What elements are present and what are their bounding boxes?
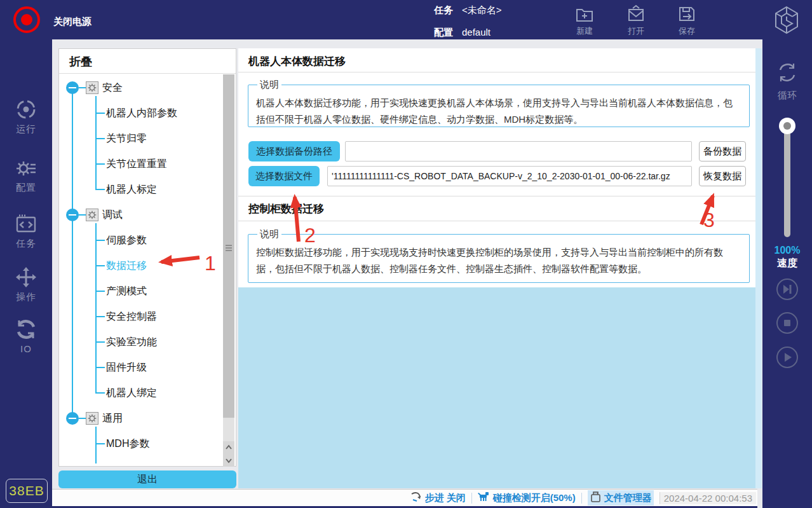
collision-detection-label: 碰撞检测开启(50%) [493, 492, 576, 504]
restore-data-button[interactable]: 恢复数据 [699, 166, 746, 186]
empty-content-area [238, 287, 755, 488]
minus-icon [69, 214, 76, 216]
tree-connector [72, 88, 73, 418]
status-badge: 38EB [6, 479, 48, 503]
code-window-icon [0, 212, 52, 235]
loop-toggle[interactable]: 循环 [762, 60, 812, 102]
tree-connector [95, 427, 97, 463]
step-forward-button[interactable] [776, 278, 798, 300]
tree-item-safety-controller[interactable]: 安全控制器 [106, 308, 157, 326]
save-icon [667, 4, 707, 24]
new-button[interactable]: 新建 [564, 4, 605, 37]
sidebar-item-config[interactable]: 配置 [0, 156, 52, 194]
tree-connector [95, 163, 105, 165]
tree-group-safety[interactable]: 安全 [102, 79, 123, 97]
tree-gear-icon [86, 81, 98, 94]
minus-icon [69, 87, 76, 88]
divider [238, 72, 755, 72]
choose-data-file-button[interactable]: 选择数据文件 [248, 166, 320, 186]
tree-connector [95, 341, 105, 343]
gear-icon [0, 156, 52, 179]
config-row: 配置default [434, 27, 491, 39]
right-sidebar: 循环 100% 速度 [762, 0, 812, 508]
step-mode-label: 步进 关闭 [425, 492, 466, 504]
tree-item-joint-zeroing[interactable]: 关节归零 [106, 130, 147, 148]
backup-path-input[interactable] [345, 141, 692, 161]
tree-scrollbar-handle[interactable] [223, 74, 234, 418]
tree-item-robot-binding[interactable]: 机器人绑定 [106, 384, 157, 402]
divider [238, 196, 755, 196]
step-arrow-icon [410, 491, 423, 505]
play-button[interactable] [776, 347, 798, 368]
power-icon[interactable] [13, 6, 40, 33]
file-manager-button[interactable]: 文件管理器 [588, 490, 654, 505]
scroll-down-button[interactable] [223, 454, 234, 467]
tree-collapse-toggle[interactable] [66, 412, 79, 425]
collision-detection-status[interactable]: 碰撞检测开启(50%) [478, 491, 576, 505]
tree-gear-icon [86, 209, 98, 221]
tree-connector [95, 316, 105, 317]
task-row: 任务<未命名> [434, 4, 502, 17]
tree-item-robot-internal-params[interactable]: 机器人内部参数 [106, 104, 177, 122]
backup-data-button[interactable]: 备份数据 [699, 141, 746, 161]
tree-collapse-toggle[interactable] [66, 81, 79, 94]
main-scrollbar-track[interactable] [755, 48, 762, 488]
note-text: 机器人本体数据迁移功能，用于实现快速更换机器人本体场景，使用支持导入与导出当前机… [256, 95, 741, 128]
tree-group-debug[interactable]: 调试 [102, 206, 123, 224]
tree-header: 折叠 [59, 49, 236, 74]
tree-item-lab-features[interactable]: 实验室功能 [106, 333, 157, 351]
config-value: default [462, 27, 491, 38]
data-file-input[interactable] [327, 166, 692, 186]
sidebar-item-io[interactable]: IO [0, 318, 52, 354]
file-manager-label: 文件管理器 [604, 492, 652, 504]
usb-drive-icon [590, 491, 602, 505]
note-legend: 说明 [257, 79, 281, 91]
sidebar-item-task[interactable]: 任务 [0, 212, 52, 250]
sidebar-item-run[interactable]: 运行 [0, 98, 52, 135]
tree-item-joint-pos-reset[interactable]: 关节位置重置 [106, 155, 167, 173]
robot-dog-icon [478, 491, 491, 505]
slider-knob-core [783, 122, 791, 130]
brand-logo-icon [770, 4, 803, 39]
tree-group-general[interactable]: 通用 [102, 409, 123, 427]
speed-slider-knob[interactable] [779, 118, 795, 134]
tree-connector [95, 367, 105, 368]
stop-button[interactable] [776, 312, 798, 334]
sidebar-item-label: 操作 [0, 291, 52, 303]
save-button[interactable]: 保存 [667, 4, 707, 37]
status-bar: 步进 关闭 碰撞检测开启(50%) 文件管理器 2024-04-22 00:04… [52, 489, 757, 506]
exit-button[interactable]: 退出 [58, 470, 236, 488]
tree-connector [79, 87, 86, 88]
new-icon [564, 4, 605, 24]
cabinet-migration-title: 控制柜数据迁移 [248, 202, 324, 216]
robot-migration-note: 说明 机器人本体数据迁移功能，用于实现快速更换机器人本体场景，使用支持导入与导出… [248, 79, 750, 127]
task-value: <未命名> [462, 4, 502, 15]
note-text: 控制柜数据迁移功能，用于实现现场支持时快速更换控制柜的场景使用，支持导入与导出当… [256, 244, 741, 277]
tree-item-production-test[interactable]: 产测模式 [106, 282, 147, 300]
tree-item-data-migration[interactable]: 数据迁移 [106, 257, 147, 275]
speed-slider-track[interactable] [784, 125, 790, 237]
tree-item-robot-calibration[interactable]: 机器人标定 [106, 181, 157, 198]
open-button[interactable]: 打开 [616, 4, 656, 37]
open-label: 打开 [616, 25, 656, 37]
collapse-label[interactable]: 折叠 [69, 54, 92, 69]
tree-item-firmware-upgrade[interactable]: 固件升级 [106, 359, 147, 376]
main-content: 机器人本体数据迁移 说明 机器人本体数据迁移功能，用于实现快速更换机器人本体场景… [238, 48, 755, 488]
tree-connector [79, 214, 86, 216]
step-mode-status[interactable]: 步进 关闭 [410, 491, 466, 505]
tree-item-servo-params[interactable]: 伺服参数 [106, 231, 147, 249]
power-icon-core [21, 14, 32, 25]
tree-scrollbar[interactable] [223, 74, 234, 467]
settings-tree-panel: 折叠 安全 机器人内部参数 关节归零 关节位置重置 机器人标定 调试 伺服参数 … [58, 48, 236, 467]
loop-label: 循环 [762, 90, 812, 102]
cabinet-migration-note: 说明 控制柜数据迁移功能，用于实现现场支持时快速更换控制柜的场景使用，支持导入与… [248, 228, 750, 283]
tree-item-mdh-params[interactable]: MDH参数 [106, 435, 149, 453]
datetime: 2024-04-22 00:04:53 [660, 492, 756, 504]
choose-backup-path-button[interactable]: 选择数据备份路径 [248, 141, 340, 161]
tree-collapse-toggle[interactable] [66, 209, 79, 221]
tree-connector [95, 189, 105, 190]
sidebar-item-operate[interactable]: 操作 [0, 266, 52, 303]
scroll-up-button[interactable] [223, 441, 234, 454]
speed-value: 100% [762, 245, 812, 256]
tree-connector [79, 418, 86, 419]
